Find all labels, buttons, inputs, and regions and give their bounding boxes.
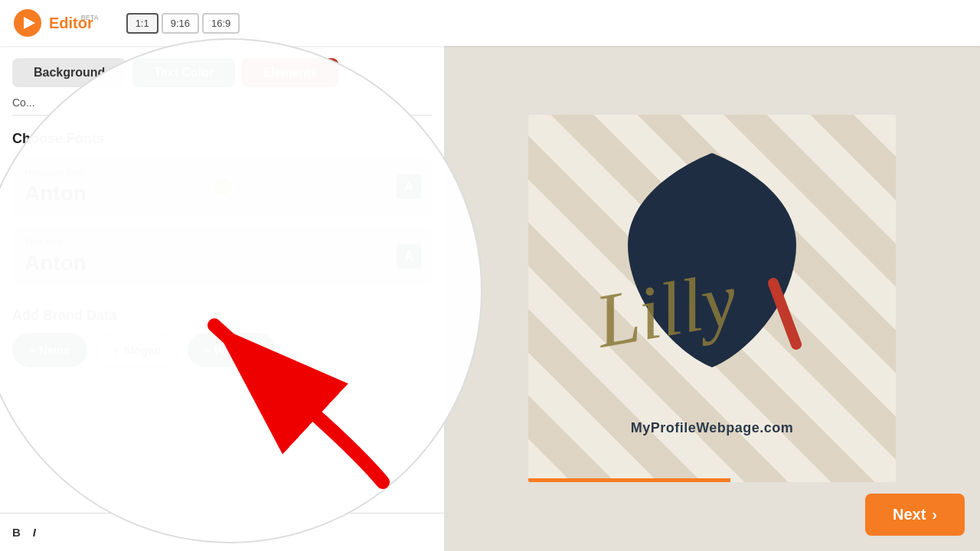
brand-buttons: − Name + Slogan − Website <box>0 333 444 367</box>
headline-font-a-icon: A <box>397 174 421 199</box>
ratio-buttons: 1:1 9:16 16:9 <box>126 13 240 34</box>
ratio-9-16[interactable]: 9:16 <box>162 13 199 34</box>
brand-section-title: Add Brand Data <box>0 295 444 333</box>
bottom-toolbar: B I <box>0 513 444 551</box>
website-text: MyProfileWebpage.com <box>631 420 794 436</box>
header: Editor BETA 1:1 9:16 16:9 <box>0 0 980 46</box>
right-panel: Lilly MyProfileWebpage.com <box>444 46 980 551</box>
text-font-label: Text font <box>24 236 420 248</box>
next-button[interactable]: Next › <box>865 494 965 536</box>
fonts-section-title: Choose Fonts <box>0 116 444 156</box>
vertical-separator <box>444 46 447 551</box>
progress-bar <box>528 478 730 482</box>
beta-badge: BETA <box>81 14 99 21</box>
ratio-16-9[interactable]: 16:9 <box>202 13 240 34</box>
brand-name-btn[interactable]: − Name <box>12 333 87 367</box>
text-font-card[interactable]: Text font Anton A <box>12 226 432 286</box>
text-font-a-icon: A <box>397 244 421 269</box>
tab-elements[interactable]: Elements <box>241 58 338 87</box>
colors-label: Co... <box>0 87 444 115</box>
next-arrow-icon: › <box>932 506 937 523</box>
pointer-dot <box>211 175 234 198</box>
logo-icon <box>12 8 43 38</box>
text-font-name: Anton <box>24 251 420 276</box>
tab-text-color[interactable]: Text Color <box>132 58 235 87</box>
ratio-1-1[interactable]: 1:1 <box>126 13 158 34</box>
preview-card: Lilly MyProfileWebpage.com <box>528 115 896 482</box>
brand-website-btn[interactable]: − Website <box>188 333 275 367</box>
headline-font-card[interactable]: Headline font Anton A <box>12 156 432 217</box>
next-label: Next <box>893 506 926 523</box>
tab-bar: Background Text Color Elements <box>0 46 444 87</box>
italic-button[interactable]: I <box>33 526 36 539</box>
left-panel: Background Text Color Elements Co... Cho… <box>0 46 444 551</box>
svg-line-3 <box>773 283 796 344</box>
brand-slogan-btn[interactable]: + Slogan <box>95 333 180 367</box>
bold-button[interactable]: B <box>12 526 21 539</box>
lilly-text-svg: Lilly <box>551 161 858 421</box>
svg-text:Lilly: Lilly <box>588 256 743 364</box>
logo-area: Editor BETA <box>12 8 99 38</box>
tab-background[interactable]: Background <box>12 58 126 87</box>
